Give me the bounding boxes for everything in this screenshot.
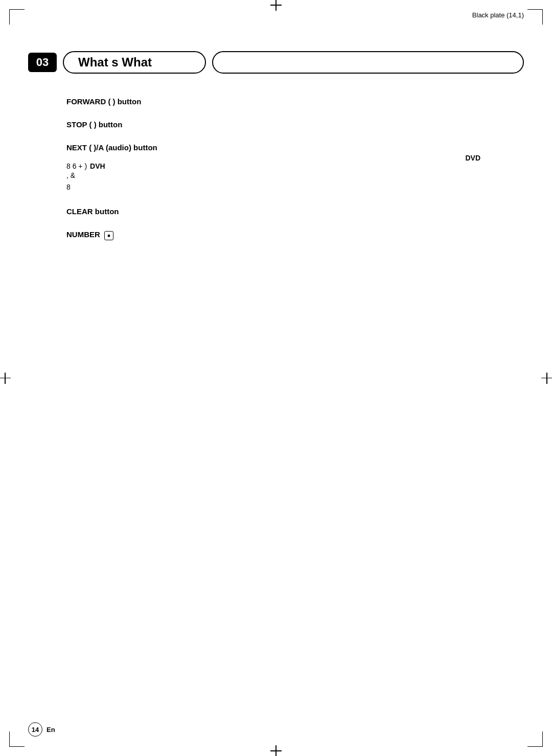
forward-button-label: FORWARD ( ) button [66, 97, 511, 106]
chapter-number: 03 [28, 53, 57, 72]
clear-button-label: CLEAR button [66, 207, 511, 216]
corner-mark-bottom-right [527, 731, 543, 747]
next-button-item: NEXT ( )/A (audio) button DVD 8 6 + ) DV… [66, 143, 511, 193]
stop-button-label: STOP ( ) button [66, 120, 511, 129]
number-label: NUMBER [66, 230, 100, 239]
content-area: FORWARD ( ) button STOP ( ) button NEXT … [66, 97, 511, 255]
chapter-extra-pill [212, 51, 524, 74]
page-container: Black plate (14,1) 03 What s What FORWAR… [0, 0, 552, 756]
page-number: 14 [28, 722, 42, 737]
next-button-label: NEXT ( )/A (audio) button [66, 143, 511, 152]
corner-mark-top-right [527, 9, 543, 25]
row1-text: 8 6 + ) [66, 162, 87, 170]
dvd-label: DVD [465, 154, 480, 162]
row2-text: , & [66, 170, 511, 181]
clear-button-item: CLEAR button [66, 207, 511, 216]
row1: 8 6 + ) DVH [66, 162, 511, 170]
plate-info: Black plate (14,1) [472, 11, 524, 19]
corner-mark-top-left [9, 9, 25, 25]
forward-button-item: FORWARD ( ) button [66, 97, 511, 106]
chapter-header: 03 What s What [28, 51, 524, 74]
number-icon [104, 231, 113, 240]
footer-lang: En [47, 726, 55, 734]
number-item: NUMBER [66, 230, 511, 241]
stop-button-item: STOP ( ) button [66, 120, 511, 129]
dvh-label: DVH [90, 162, 105, 170]
corner-mark-bottom-left [9, 731, 25, 747]
page-footer: 14 En [28, 722, 55, 737]
chapter-title: What s What [63, 51, 206, 74]
row3-text: 8 [66, 182, 511, 193]
